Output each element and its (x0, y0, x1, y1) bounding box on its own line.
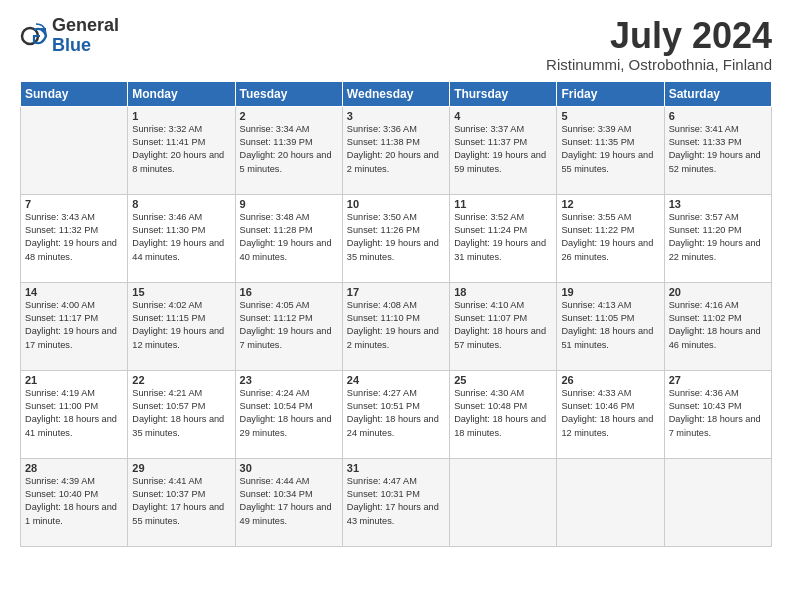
day-number: 14 (25, 286, 123, 298)
day-cell: 17Sunrise: 4:08 AMSunset: 11:10 PMDaylig… (342, 282, 449, 370)
week-row-1: 1Sunrise: 3:32 AMSunset: 11:41 PMDayligh… (21, 106, 772, 194)
day-cell: 21Sunrise: 4:19 AMSunset: 11:00 PMDaylig… (21, 370, 128, 458)
day-info: Sunrise: 4:36 AMSunset: 10:43 PMDaylight… (669, 387, 767, 440)
week-row-5: 28Sunrise: 4:39 AMSunset: 10:40 PMDaylig… (21, 458, 772, 546)
day-number: 20 (669, 286, 767, 298)
day-number: 1 (132, 110, 230, 122)
day-cell: 29Sunrise: 4:41 AMSunset: 10:37 PMDaylig… (128, 458, 235, 546)
day-cell: 23Sunrise: 4:24 AMSunset: 10:54 PMDaylig… (235, 370, 342, 458)
day-cell: 28Sunrise: 4:39 AMSunset: 10:40 PMDaylig… (21, 458, 128, 546)
calendar-page: General Blue July 2024 Ristinummi, Ostro… (0, 0, 792, 612)
day-number: 22 (132, 374, 230, 386)
day-info: Sunrise: 4:30 AMSunset: 10:48 PMDaylight… (454, 387, 552, 440)
location: Ristinummi, Ostrobothnia, Finland (546, 56, 772, 73)
day-cell: 18Sunrise: 4:10 AMSunset: 11:07 PMDaylig… (450, 282, 557, 370)
day-cell: 14Sunrise: 4:00 AMSunset: 11:17 PMDaylig… (21, 282, 128, 370)
day-number: 23 (240, 374, 338, 386)
month-title: July 2024 (546, 16, 772, 56)
day-cell: 10Sunrise: 3:50 AMSunset: 11:26 PMDaylig… (342, 194, 449, 282)
day-number: 3 (347, 110, 445, 122)
day-number: 28 (25, 462, 123, 474)
day-cell: 11Sunrise: 3:52 AMSunset: 11:24 PMDaylig… (450, 194, 557, 282)
day-number: 11 (454, 198, 552, 210)
day-number: 24 (347, 374, 445, 386)
logo-text: General Blue (52, 16, 119, 56)
day-info: Sunrise: 3:37 AMSunset: 11:37 PMDaylight… (454, 123, 552, 176)
day-number: 10 (347, 198, 445, 210)
day-info: Sunrise: 4:41 AMSunset: 10:37 PMDaylight… (132, 475, 230, 528)
day-number: 26 (561, 374, 659, 386)
day-number: 31 (347, 462, 445, 474)
day-cell: 2Sunrise: 3:34 AMSunset: 11:39 PMDayligh… (235, 106, 342, 194)
day-cell: 3Sunrise: 3:36 AMSunset: 11:38 PMDayligh… (342, 106, 449, 194)
day-cell: 1Sunrise: 3:32 AMSunset: 11:41 PMDayligh… (128, 106, 235, 194)
day-cell: 8Sunrise: 3:46 AMSunset: 11:30 PMDayligh… (128, 194, 235, 282)
week-row-3: 14Sunrise: 4:00 AMSunset: 11:17 PMDaylig… (21, 282, 772, 370)
day-cell: 12Sunrise: 3:55 AMSunset: 11:22 PMDaylig… (557, 194, 664, 282)
day-cell: 5Sunrise: 3:39 AMSunset: 11:35 PMDayligh… (557, 106, 664, 194)
day-info: Sunrise: 4:13 AMSunset: 11:05 PMDaylight… (561, 299, 659, 352)
logo-icon (20, 22, 48, 50)
day-cell (21, 106, 128, 194)
day-header-sunday: Sunday (21, 81, 128, 106)
day-cell: 24Sunrise: 4:27 AMSunset: 10:51 PMDaylig… (342, 370, 449, 458)
days-header-row: SundayMondayTuesdayWednesdayThursdayFrid… (21, 81, 772, 106)
day-info: Sunrise: 4:27 AMSunset: 10:51 PMDaylight… (347, 387, 445, 440)
day-header-tuesday: Tuesday (235, 81, 342, 106)
day-number: 13 (669, 198, 767, 210)
day-info: Sunrise: 3:41 AMSunset: 11:33 PMDaylight… (669, 123, 767, 176)
day-number: 19 (561, 286, 659, 298)
day-info: Sunrise: 4:33 AMSunset: 10:46 PMDaylight… (561, 387, 659, 440)
day-info: Sunrise: 4:16 AMSunset: 11:02 PMDaylight… (669, 299, 767, 352)
day-cell: 19Sunrise: 4:13 AMSunset: 11:05 PMDaylig… (557, 282, 664, 370)
logo-general-text: General (52, 16, 119, 36)
day-cell: 15Sunrise: 4:02 AMSunset: 11:15 PMDaylig… (128, 282, 235, 370)
day-cell: 20Sunrise: 4:16 AMSunset: 11:02 PMDaylig… (664, 282, 771, 370)
day-number: 16 (240, 286, 338, 298)
day-info: Sunrise: 3:39 AMSunset: 11:35 PMDaylight… (561, 123, 659, 176)
day-cell (557, 458, 664, 546)
day-number: 15 (132, 286, 230, 298)
day-info: Sunrise: 4:39 AMSunset: 10:40 PMDaylight… (25, 475, 123, 528)
day-number: 2 (240, 110, 338, 122)
day-cell: 26Sunrise: 4:33 AMSunset: 10:46 PMDaylig… (557, 370, 664, 458)
calendar-table: SundayMondayTuesdayWednesdayThursdayFrid… (20, 81, 772, 547)
day-number: 4 (454, 110, 552, 122)
logo: General Blue (20, 16, 119, 56)
day-number: 29 (132, 462, 230, 474)
day-cell: 7Sunrise: 3:43 AMSunset: 11:32 PMDayligh… (21, 194, 128, 282)
day-info: Sunrise: 3:32 AMSunset: 11:41 PMDaylight… (132, 123, 230, 176)
day-cell: 6Sunrise: 3:41 AMSunset: 11:33 PMDayligh… (664, 106, 771, 194)
day-cell: 4Sunrise: 3:37 AMSunset: 11:37 PMDayligh… (450, 106, 557, 194)
day-cell (450, 458, 557, 546)
day-info: Sunrise: 4:19 AMSunset: 11:00 PMDaylight… (25, 387, 123, 440)
week-row-2: 7Sunrise: 3:43 AMSunset: 11:32 PMDayligh… (21, 194, 772, 282)
day-info: Sunrise: 3:36 AMSunset: 11:38 PMDaylight… (347, 123, 445, 176)
day-number: 6 (669, 110, 767, 122)
day-number: 30 (240, 462, 338, 474)
day-number: 9 (240, 198, 338, 210)
week-row-4: 21Sunrise: 4:19 AMSunset: 11:00 PMDaylig… (21, 370, 772, 458)
day-header-monday: Monday (128, 81, 235, 106)
day-number: 27 (669, 374, 767, 386)
day-info: Sunrise: 4:00 AMSunset: 11:17 PMDaylight… (25, 299, 123, 352)
day-info: Sunrise: 4:21 AMSunset: 10:57 PMDaylight… (132, 387, 230, 440)
logo-blue-text: Blue (52, 36, 119, 56)
day-header-friday: Friday (557, 81, 664, 106)
day-info: Sunrise: 4:02 AMSunset: 11:15 PMDaylight… (132, 299, 230, 352)
day-number: 18 (454, 286, 552, 298)
day-info: Sunrise: 3:52 AMSunset: 11:24 PMDaylight… (454, 211, 552, 264)
day-info: Sunrise: 4:05 AMSunset: 11:12 PMDaylight… (240, 299, 338, 352)
day-cell: 16Sunrise: 4:05 AMSunset: 11:12 PMDaylig… (235, 282, 342, 370)
day-number: 8 (132, 198, 230, 210)
day-cell: 25Sunrise: 4:30 AMSunset: 10:48 PMDaylig… (450, 370, 557, 458)
day-number: 21 (25, 374, 123, 386)
day-cell: 13Sunrise: 3:57 AMSunset: 11:20 PMDaylig… (664, 194, 771, 282)
day-number: 25 (454, 374, 552, 386)
day-header-thursday: Thursday (450, 81, 557, 106)
day-number: 17 (347, 286, 445, 298)
day-info: Sunrise: 3:43 AMSunset: 11:32 PMDaylight… (25, 211, 123, 264)
day-info: Sunrise: 4:44 AMSunset: 10:34 PMDaylight… (240, 475, 338, 528)
day-cell: 30Sunrise: 4:44 AMSunset: 10:34 PMDaylig… (235, 458, 342, 546)
day-cell: 22Sunrise: 4:21 AMSunset: 10:57 PMDaylig… (128, 370, 235, 458)
